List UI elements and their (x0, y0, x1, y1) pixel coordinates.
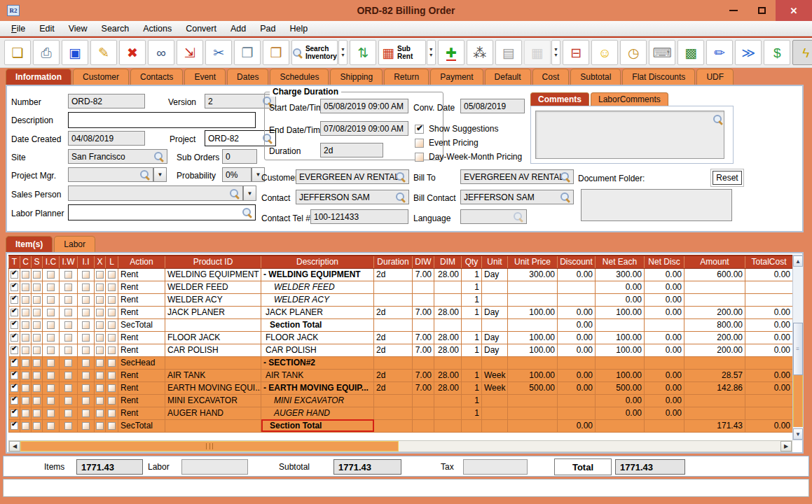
row-checkbox-s[interactable] (32, 356, 43, 369)
cell-unit[interactable] (482, 281, 508, 293)
sales-person-field[interactable] (68, 186, 243, 201)
contact-field[interactable]: JEFFERSON SAM (296, 190, 409, 204)
cell-duration[interactable]: 2d (374, 344, 413, 356)
row-checkbox-c[interactable] (20, 293, 32, 306)
close-button[interactable]: ✕ (776, 0, 812, 21)
cell-discount[interactable] (558, 394, 596, 407)
cell-total-cost[interactable]: 0.00 (745, 369, 793, 382)
cell-diw[interactable]: 7.00 (413, 306, 434, 318)
row-checkbox-i.c[interactable] (43, 281, 60, 293)
cell-net-each[interactable]: 100.00 (596, 306, 645, 318)
row-checkbox-t[interactable] (9, 356, 20, 369)
cell-description[interactable]: WELDER ACY (261, 293, 374, 306)
tab-event[interactable]: Event (184, 69, 226, 85)
cell-duration[interactable]: 2d (374, 382, 413, 394)
cell-action[interactable]: Rent (118, 369, 165, 382)
cell-discount[interactable]: 0.00 (558, 331, 596, 344)
row-checkbox-i.i[interactable] (78, 344, 95, 356)
cell-action[interactable]: Rent (118, 394, 165, 407)
cell-unit-price[interactable]: 100.00 (508, 369, 558, 382)
cell-unit[interactable] (482, 318, 508, 331)
row-checkbox-i.c[interactable] (43, 306, 60, 318)
cell-diw[interactable]: 7.00 (413, 369, 434, 382)
cell-unit-price[interactable] (508, 293, 558, 306)
table-row[interactable]: RentFLOOR JACKFLOOR JACK2d7.0028.001Day1… (9, 331, 793, 344)
document-folder-area[interactable] (581, 189, 732, 221)
cell-diw[interactable]: 7.00 (413, 268, 434, 281)
tab-default[interactable]: Default (485, 69, 531, 85)
cell-unit[interactable]: Week (482, 382, 508, 394)
horizontal-scrollbar[interactable]: ◀ ▶ (8, 440, 792, 452)
row-checkbox-l[interactable] (106, 356, 118, 369)
row-checkbox-x[interactable] (95, 293, 106, 306)
cell-qty[interactable]: 1 (462, 293, 482, 306)
row-checkbox-c[interactable] (20, 369, 32, 382)
cell-net-disc[interactable]: 0.00 (645, 407, 684, 419)
cell-qty[interactable]: 1 (462, 369, 482, 382)
menu-help[interactable]: Help (282, 24, 315, 34)
column-header-i.w[interactable]: I.W (60, 255, 78, 268)
row-checkbox-i.w[interactable] (60, 293, 78, 306)
cell-unit[interactable]: Week (482, 369, 508, 382)
site-field[interactable]: San Francisco (68, 149, 167, 164)
cell-net-disc[interactable]: 0.00 (645, 331, 684, 344)
cell-unit-price[interactable]: 100.00 (508, 331, 558, 344)
cell-qty[interactable] (462, 318, 482, 331)
total-button[interactable]: Total (554, 458, 612, 475)
row-checkbox-i.c[interactable] (43, 382, 60, 394)
cell-unit[interactable] (482, 293, 508, 306)
menu-actions[interactable]: Actions (136, 24, 179, 34)
row-checkbox-i.w[interactable] (60, 268, 78, 281)
row-checkbox-s[interactable] (32, 407, 43, 419)
description-field[interactable] (68, 112, 256, 128)
row-checkbox-l[interactable] (106, 369, 118, 382)
cell-dim[interactable]: 28.00 (434, 382, 462, 394)
cell-net-disc[interactable]: 0.00 (645, 293, 684, 306)
tab-customer[interactable]: Customer (73, 69, 129, 85)
row-checkbox-i.w[interactable] (60, 344, 78, 356)
row-checkbox-t[interactable] (9, 407, 20, 419)
row-checkbox-c[interactable] (20, 318, 32, 331)
row-checkbox-l[interactable] (106, 344, 118, 356)
row-checkbox-x[interactable] (95, 331, 106, 344)
column-header-diw[interactable]: DIW (413, 255, 434, 268)
menu-pad[interactable]: Pad (253, 24, 282, 34)
cell-amount[interactable] (684, 394, 745, 407)
cell-unit[interactable] (482, 407, 508, 419)
cell-amount[interactable]: 28.57 (684, 369, 745, 382)
checkbox-day-week-month-pricing[interactable]: Day-Week-Month Pricing (415, 152, 522, 162)
cell-unit[interactable]: Day (482, 331, 508, 344)
row-checkbox-c[interactable] (20, 419, 32, 432)
cell-discount[interactable]: 0.00 (558, 318, 596, 331)
search-inventory-dropdown[interactable]: ▼▼ (338, 40, 347, 65)
row-checkbox-t[interactable] (9, 318, 20, 331)
cell-unit-price[interactable] (508, 318, 558, 331)
tab-flat-discounts[interactable]: Flat Discounts (622, 69, 695, 85)
cell-total-cost[interactable] (745, 293, 793, 306)
sales-person-dropdown[interactable]: ▼ (243, 186, 256, 201)
row-checkbox-c[interactable] (20, 331, 32, 344)
cell-diw[interactable] (413, 356, 434, 369)
cell-unit[interactable]: Day (482, 306, 508, 318)
cell-dim[interactable] (434, 394, 462, 407)
cell-action[interactable]: Rent (118, 306, 165, 318)
cell-duration[interactable] (374, 356, 413, 369)
sub-orders-field[interactable]: 0 (222, 149, 257, 164)
cell-net-each[interactable]: 0.00 (596, 281, 645, 293)
calendar-button[interactable]: ▦ (524, 40, 551, 65)
row-checkbox-i.w[interactable] (60, 356, 78, 369)
cell-diw[interactable] (413, 419, 434, 432)
subtotal-field[interactable]: 1771.43 (333, 459, 401, 475)
cell-unit-price[interactable] (508, 394, 558, 407)
tab-contacts[interactable]: Contacts (130, 69, 183, 85)
notepad-button[interactable]: ▤ (495, 40, 522, 65)
cell-amount[interactable]: 200.00 (684, 306, 745, 318)
table-row[interactable]: SecHead- SECTION#2 (9, 356, 793, 369)
row-checkbox-i.c[interactable] (43, 344, 60, 356)
cell-dim[interactable] (434, 356, 462, 369)
cell-amount[interactable] (684, 281, 745, 293)
row-checkbox-i.w[interactable] (60, 306, 78, 318)
cell-action[interactable]: Rent (118, 382, 165, 394)
project-mgr-lookup-icon[interactable] (139, 169, 150, 180)
column-header-qty[interactable]: Qty (462, 255, 482, 268)
